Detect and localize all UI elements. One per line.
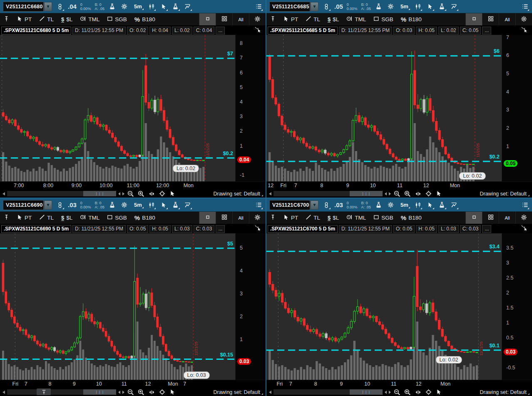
link-icon[interactable] (322, 200, 331, 210)
cursor-style-icon[interactable] (521, 225, 527, 233)
scroll-left-arrow-icon[interactable] (269, 192, 271, 196)
chart-settings-button[interactable] (249, 13, 266, 25)
timeframe-button[interactable]: 5m (399, 2, 410, 10)
analyze-flask-icon[interactable] (375, 200, 383, 210)
ohlc-more[interactable]: ... (482, 225, 491, 233)
scrollbar-thumb[interactable]: ❘❘❘ (350, 389, 383, 395)
pan-right-arrow-icon[interactable] (389, 192, 391, 196)
cursor-tool-icon[interactable] (426, 200, 434, 210)
pin-toolbar-button[interactable] (0, 212, 13, 224)
scrollbar-thumb[interactable]: ❘❘❘ (83, 191, 116, 196)
candles-plot[interactable] (0, 233, 236, 380)
studies-flask-icon[interactable] (438, 200, 446, 210)
analyze-flask-icon[interactable] (108, 200, 117, 210)
cursor-style-icon[interactable] (254, 225, 261, 233)
chart-settings-button[interactable] (249, 212, 266, 224)
scroll-left-arrow-icon[interactable] (2, 192, 5, 196)
apply-all-button[interactable]: All (232, 13, 249, 25)
ohlc-more[interactable]: ... (482, 27, 491, 35)
price-level-tool-button[interactable]: $$L (324, 212, 343, 224)
studies-flask-icon[interactable] (172, 2, 180, 11)
pan-left-arrow-icon[interactable] (118, 391, 120, 394)
symbol-dropdown-button[interactable]: ▼ (44, 200, 52, 210)
scroll-left-arrow-icon[interactable] (2, 391, 5, 394)
pan-left-arrow-icon[interactable] (118, 192, 120, 196)
pin-toolbar-button[interactable] (266, 212, 279, 224)
chart-area[interactable]: 3.532.521.510.5-0.5 $3.4 $0.1 0.03 Lo: 0… (266, 233, 532, 380)
ohlc-more[interactable]: ... (216, 27, 225, 35)
trendline-tool-button[interactable]: TL (35, 212, 57, 224)
drawing-set-label[interactable]: Drawing set: Default (213, 191, 263, 197)
symbol-dropdown-button[interactable]: ▼ (44, 2, 52, 11)
settings-gear-icon[interactable] (120, 200, 129, 210)
zoom-out-icon[interactable] (127, 191, 135, 197)
candles-plot[interactable] (0, 35, 236, 181)
chart-area[interactable]: 54321 $5 $0.15 0.03 Lo: 0.03 11/21/25 (0, 233, 266, 380)
candles-plot[interactable] (266, 233, 502, 380)
settings-gear-icon[interactable] (387, 200, 395, 210)
chart-area[interactable]: 87654321-1 $7 $0.2 0.04 Lo: 0.02 11/21/2… (0, 35, 266, 181)
cursor-style-icon[interactable] (521, 26, 527, 35)
trendline-tool-button[interactable]: TL (35, 13, 57, 25)
pointer-tool-button[interactable]: PT (13, 212, 35, 224)
pin-toolbar-button[interactable] (0, 13, 13, 25)
zoom-out-icon[interactable] (393, 191, 401, 197)
zoom-out-icon[interactable] (127, 389, 135, 396)
zoom-in-icon[interactable] (403, 191, 412, 197)
pan-right-arrow-icon[interactable] (122, 391, 124, 394)
menu-icon[interactable] (254, 200, 263, 210)
studies-flask-icon[interactable] (438, 2, 446, 11)
scroll-left-arrow-icon[interactable] (269, 391, 271, 394)
menu-icon[interactable] (521, 2, 529, 11)
pointer-tool-button[interactable]: PT (13, 13, 35, 25)
drawings-icon[interactable] (450, 200, 458, 210)
price-axis[interactable]: 3.532.521.510.5-0.5 (502, 233, 532, 380)
link-icon[interactable] (56, 2, 64, 11)
chart-type-icon[interactable] (147, 2, 156, 11)
crosshair-icon[interactable] (424, 191, 433, 197)
scrollbar-thumb[interactable]: ❘❘❘ (350, 191, 383, 196)
grid-layout-button[interactable] (216, 13, 232, 25)
drawings-icon[interactable] (450, 2, 458, 11)
pan-horizontal-icon[interactable] (147, 191, 156, 197)
percent-tool-button[interactable]: %B180 (131, 212, 159, 224)
expand-button[interactable] (37, 389, 51, 395)
pan-horizontal-icon[interactable] (414, 191, 422, 197)
cursor-tool-icon[interactable] (426, 2, 434, 11)
pan-horizontal-icon[interactable] (414, 389, 422, 396)
scrollbar-thumb[interactable]: ❘❘❘ (83, 389, 116, 395)
ohlc-more[interactable]: ... (216, 225, 225, 233)
chart-type-icon[interactable] (147, 200, 156, 210)
symbol-dropdown-button[interactable]: ▼ (311, 200, 318, 210)
chart-area[interactable]: 7654321 $6 $0.2 0.05 Lo: 0.02 11/21/25 (266, 35, 532, 181)
price-axis[interactable]: 7654321 (502, 35, 532, 181)
time-level-tool-button[interactable]: TML (76, 212, 103, 224)
link-icon[interactable] (322, 2, 331, 11)
menu-icon[interactable] (521, 200, 529, 210)
chart-settings-button[interactable] (515, 13, 532, 25)
settings-gear-icon[interactable] (387, 2, 395, 11)
cursor-style-icon[interactable] (254, 26, 261, 35)
pan-horizontal-icon[interactable] (147, 389, 156, 396)
rectangle-tool-button[interactable]: SGB (370, 13, 397, 25)
zoom-out-icon[interactable] (393, 389, 401, 396)
percent-tool-button[interactable]: %B180 (397, 212, 425, 224)
cursor-tool-icon[interactable] (159, 200, 168, 210)
apply-all-button[interactable]: All (499, 212, 515, 224)
trendline-tool-button[interactable]: TL (302, 13, 324, 25)
pin-toolbar-button[interactable] (266, 13, 279, 25)
drawing-set-label[interactable]: Drawing set: Default (480, 389, 530, 395)
drawings-icon[interactable] (184, 200, 192, 210)
symbol-input[interactable]: V251121C6680 (3, 2, 44, 12)
time-level-tool-button[interactable]: TML (343, 212, 370, 224)
cursor-arrow-icon[interactable] (168, 191, 177, 197)
cursor-tool-icon[interactable] (159, 2, 168, 11)
pointer-tool-button[interactable]: PT (279, 13, 302, 25)
symbol-input[interactable]: V251121C6690 (3, 200, 44, 210)
candles-plot[interactable] (266, 35, 502, 181)
single-chart-layout-button[interactable] (199, 13, 216, 25)
apply-all-button[interactable]: All (499, 13, 515, 25)
time-level-tool-button[interactable]: TML (76, 13, 103, 25)
price-level-tool-button[interactable]: $$L (57, 13, 76, 25)
scrollbar-track[interactable]: ❘❘❘ (7, 191, 116, 196)
